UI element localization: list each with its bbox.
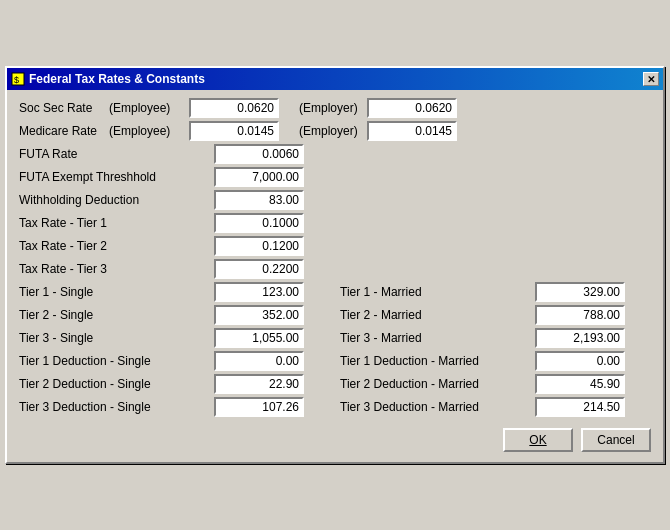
tier3-married-input[interactable]: [535, 328, 625, 348]
tier2-single-label: Tier 2 - Single: [19, 308, 214, 322]
medicare-employee-label: (Employee): [109, 124, 189, 138]
withholding-row: Withholding Deduction: [19, 190, 651, 210]
svg-text:$: $: [14, 75, 19, 85]
soc-sec-row: Soc Sec Rate (Employee) (Employer): [19, 98, 651, 118]
tier2-ded-single-label: Tier 2 Deduction - Single: [19, 377, 214, 391]
tier3-ded-married-label: Tier 3 Deduction - Married: [340, 400, 535, 414]
tier2-ded-married-row: Tier 2 Deduction - Married: [340, 374, 651, 394]
tier3-ded-married-input[interactable]: [535, 397, 625, 417]
tier1-married-label: Tier 1 - Married: [340, 285, 535, 299]
form-content: Soc Sec Rate (Employee) (Employer) Medic…: [7, 90, 663, 420]
medicare-label: Medicare Rate: [19, 124, 109, 138]
tier3-ded-single-input[interactable]: [214, 397, 304, 417]
medicare-employer-label: (Employer): [299, 124, 367, 138]
tax-tier3-row: Tax Rate - Tier 3: [19, 259, 651, 279]
tier1-ded-single-row: Tier 1 Deduction - Single: [19, 351, 330, 371]
cancel-button[interactable]: Cancel: [581, 428, 651, 452]
tax-tier1-row: Tax Rate - Tier 1: [19, 213, 651, 233]
tax-tier3-input[interactable]: [214, 259, 304, 279]
tier2-married-row: Tier 2 - Married: [340, 305, 651, 325]
futa-exempt-label: FUTA Exempt Threshhold: [19, 170, 214, 184]
soc-sec-label: Soc Sec Rate: [19, 101, 109, 115]
medicare-employer-input[interactable]: [367, 121, 457, 141]
futa-rate-label: FUTA Rate: [19, 147, 214, 161]
tier1-married-input[interactable]: [535, 282, 625, 302]
medicare-employee-input[interactable]: [189, 121, 279, 141]
tier1-ded-single-input[interactable]: [214, 351, 304, 371]
cancel-label: Cancel: [597, 433, 634, 447]
close-button[interactable]: ✕: [643, 72, 659, 86]
tier1-single-row: Tier 1 - Single: [19, 282, 330, 302]
tier3-single-input[interactable]: [214, 328, 304, 348]
tax-tier2-input[interactable]: [214, 236, 304, 256]
tier3-married-row: Tier 3 - Married: [340, 328, 651, 348]
tier2-married-input[interactable]: [535, 305, 625, 325]
tier2-ded-married-label: Tier 2 Deduction - Married: [340, 377, 535, 391]
tier1-ded-single-label: Tier 1 Deduction - Single: [19, 354, 214, 368]
ok-button[interactable]: OK: [503, 428, 573, 452]
tier1-single-label: Tier 1 - Single: [19, 285, 214, 299]
tier2-married-label: Tier 2 - Married: [340, 308, 535, 322]
tier1-ded-married-input[interactable]: [535, 351, 625, 371]
tier-section: Tier 1 - Single Tier 2 - Single Tier 3 -…: [19, 282, 651, 420]
tier2-ded-single-row: Tier 2 Deduction - Single: [19, 374, 330, 394]
tier2-ded-single-input[interactable]: [214, 374, 304, 394]
tier2-single-input[interactable]: [214, 305, 304, 325]
ok-label: OK: [529, 433, 546, 447]
withholding-input[interactable]: [214, 190, 304, 210]
tier3-ded-married-row: Tier 3 Deduction - Married: [340, 397, 651, 417]
tier1-ded-married-label: Tier 1 Deduction - Married: [340, 354, 535, 368]
tier3-single-label: Tier 3 - Single: [19, 331, 214, 345]
title-bar-left: $ Federal Tax Rates & Constants: [11, 72, 205, 86]
tier2-ded-married-input[interactable]: [535, 374, 625, 394]
futa-rate-row: FUTA Rate: [19, 144, 651, 164]
soc-sec-employee-input[interactable]: [189, 98, 279, 118]
soc-sec-employer-label: (Employer): [299, 101, 367, 115]
soc-sec-employer-input[interactable]: [367, 98, 457, 118]
tier1-single-input[interactable]: [214, 282, 304, 302]
button-row: OK Cancel: [7, 420, 663, 462]
tier3-married-label: Tier 3 - Married: [340, 331, 535, 345]
tax-tier3-label: Tax Rate - Tier 3: [19, 262, 214, 276]
tier1-ded-married-row: Tier 1 Deduction - Married: [340, 351, 651, 371]
futa-exempt-row: FUTA Exempt Threshhold: [19, 167, 651, 187]
futa-rate-input[interactable]: [214, 144, 304, 164]
soc-sec-employee-label: (Employee): [109, 101, 189, 115]
title-bar: $ Federal Tax Rates & Constants ✕: [7, 68, 663, 90]
tax-tier2-label: Tax Rate - Tier 2: [19, 239, 214, 253]
tax-tier2-row: Tax Rate - Tier 2: [19, 236, 651, 256]
futa-exempt-input[interactable]: [214, 167, 304, 187]
tier3-ded-single-label: Tier 3 Deduction - Single: [19, 400, 214, 414]
married-col: Tier 1 - Married Tier 2 - Married Tier 3…: [340, 282, 651, 420]
tax-tier1-input[interactable]: [214, 213, 304, 233]
tier3-single-row: Tier 3 - Single: [19, 328, 330, 348]
tier2-single-row: Tier 2 - Single: [19, 305, 330, 325]
window-title: Federal Tax Rates & Constants: [29, 72, 205, 86]
tier3-ded-single-row: Tier 3 Deduction - Single: [19, 397, 330, 417]
tax-tier1-label: Tax Rate - Tier 1: [19, 216, 214, 230]
tier1-married-row: Tier 1 - Married: [340, 282, 651, 302]
app-icon: $: [11, 72, 25, 86]
medicare-row: Medicare Rate (Employee) (Employer): [19, 121, 651, 141]
withholding-label: Withholding Deduction: [19, 193, 214, 207]
main-window: $ Federal Tax Rates & Constants ✕ Soc Se…: [5, 66, 665, 464]
single-col: Tier 1 - Single Tier 2 - Single Tier 3 -…: [19, 282, 330, 420]
